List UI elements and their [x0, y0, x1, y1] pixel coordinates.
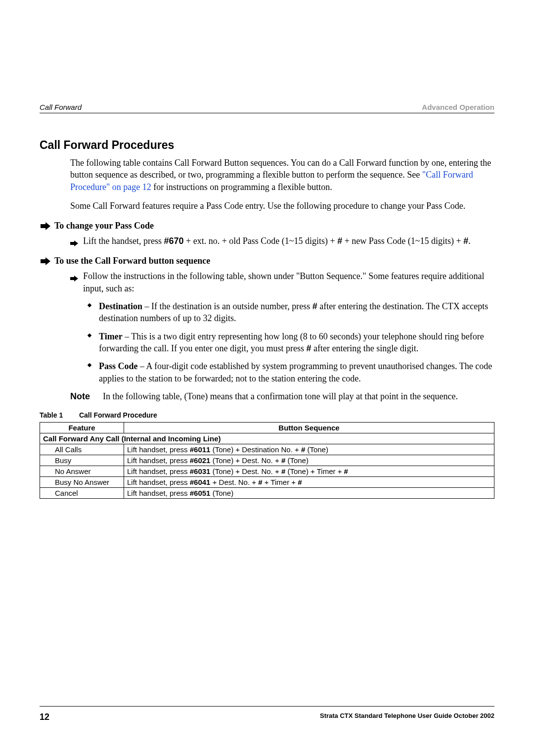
hash-symbol: # [337, 236, 342, 246]
sequence-cell: Lift handset, press #6031 (Tone) + Dest.… [124, 466, 494, 477]
arrow-right-icon [70, 273, 78, 284]
note-text: In the following table, (Tone) means tha… [103, 390, 458, 402]
table-row: Busy Lift handset, press #6021 (Tone) + … [40, 455, 494, 466]
bullet-timer: Timer – This is a two digit entry repres… [40, 331, 494, 355]
header-right: Advanced Operation [422, 103, 494, 111]
feature-cell: All Calls [40, 444, 124, 455]
bullet-destination: Destination – If the destination is an o… [40, 300, 494, 325]
step-text: + ext. no. + old Pass Code (1~15 digits)… [184, 236, 338, 246]
sequence-cell: Lift handset, press #6051 (Tone) [124, 488, 494, 499]
table-row: Busy No Answer Lift handset, press #6041… [40, 477, 494, 488]
header-rule [40, 113, 494, 113]
feature-cell: Busy [40, 455, 124, 466]
step-text: Lift the handset, press [83, 236, 164, 246]
arrow-right-icon [41, 222, 50, 233]
call-forward-table: Feature Button Sequence Call Forward Any… [40, 422, 494, 499]
feature-cell: Busy No Answer [40, 477, 124, 488]
arrow-right-icon [41, 257, 50, 268]
bullet-text: – If the destination is an outside numbe… [142, 301, 312, 311]
content: Call Forward Procedures The following ta… [40, 139, 494, 499]
table-title: Call Forward Procedure [79, 411, 157, 419]
table-header-row: Feature Button Sequence [40, 423, 494, 433]
code-text: #670 [164, 236, 183, 246]
table-subhead-row: Call Forward Any Call (Internal and Inco… [40, 433, 494, 444]
header-left: Call Forward [40, 103, 82, 111]
table-row: Cancel Lift handset, press #6051 (Tone) [40, 488, 494, 499]
section-title: Call Forward Procedures [40, 139, 494, 152]
bullet-label: Timer [99, 331, 123, 341]
bullet-label: Pass Code [99, 361, 138, 371]
footer-rule [40, 706, 494, 707]
step-text: + new Pass Code (1~15 digits) + [342, 236, 463, 246]
diamond-bullet-icon [88, 333, 91, 337]
diamond-bullet-icon [88, 303, 91, 307]
para1-text-b: for instructions on programming a flexib… [151, 182, 332, 192]
intro-paragraph-1: The following table contains Call Forwar… [40, 157, 494, 193]
bullet-passcode: Pass Code – A four-digit code establishe… [40, 360, 494, 384]
table-row: All Calls Lift handset, press #6011 (Ton… [40, 444, 494, 455]
footer: 12 Strata CTX Standard Telephone User Gu… [40, 712, 494, 722]
hash-symbol: # [463, 236, 468, 246]
step-text: . [468, 236, 471, 246]
bullet-label: Destination [99, 301, 142, 311]
feature-cell: No Answer [40, 466, 124, 477]
proc2-heading-text: To use the Call Forward button sequence [54, 256, 210, 266]
bullet-text: – This is a two digit entry representing… [99, 331, 484, 353]
feature-cell: Cancel [40, 488, 124, 499]
svg-marker-0 [41, 222, 50, 230]
table-number: Table 1 [40, 411, 77, 419]
running-header: Call Forward Advanced Operation [40, 103, 494, 111]
bullet-text: after entering the single digit. [311, 343, 418, 353]
hash-symbol: # [306, 343, 311, 353]
sequence-cell: Lift handset, press #6041 + Dest. No. + … [124, 477, 494, 488]
procedure-heading-2: To use the Call Forward button sequence [40, 256, 494, 266]
step-text: Follow the instructions in the following… [83, 271, 485, 293]
note-label: Note [70, 390, 94, 402]
col-header-sequence: Button Sequence [124, 423, 494, 433]
intro-paragraph-2: Some Call Forward features require a Pas… [40, 200, 494, 212]
page-number: 12 [40, 712, 49, 722]
col-header-feature: Feature [40, 423, 124, 433]
proc1-heading-text: To change your Pass Code [54, 221, 154, 231]
page: Call Forward Advanced Operation Call For… [0, 0, 534, 756]
table-subhead: Call Forward Any Call (Internal and Inco… [40, 433, 494, 444]
footer-text: Strata CTX Standard Telephone User Guide… [320, 712, 494, 722]
svg-marker-1 [70, 240, 78, 246]
svg-marker-2 [41, 257, 50, 265]
arrow-right-icon [70, 237, 78, 249]
procedure-heading-1: To change your Pass Code [40, 221, 494, 231]
sequence-cell: Lift handset, press #6021 (Tone) + Dest.… [124, 455, 494, 466]
proc1-step: Lift the handset, press #670 + ext. no. … [40, 235, 494, 247]
note: Note In the following table, (Tone) mean… [40, 390, 494, 402]
proc2-step: Follow the instructions in the following… [40, 270, 494, 294]
sequence-cell: Lift handset, press #6011 (Tone) + Desti… [124, 444, 494, 455]
diamond-bullet-icon [88, 363, 91, 367]
bullet-text: – A four-digit code established by syste… [99, 361, 492, 383]
svg-marker-3 [70, 276, 78, 282]
table-caption: Table 1 Call Forward Procedure [40, 411, 494, 419]
table-row: No Answer Lift handset, press #6031 (Ton… [40, 466, 494, 477]
hash-symbol: # [312, 301, 317, 311]
